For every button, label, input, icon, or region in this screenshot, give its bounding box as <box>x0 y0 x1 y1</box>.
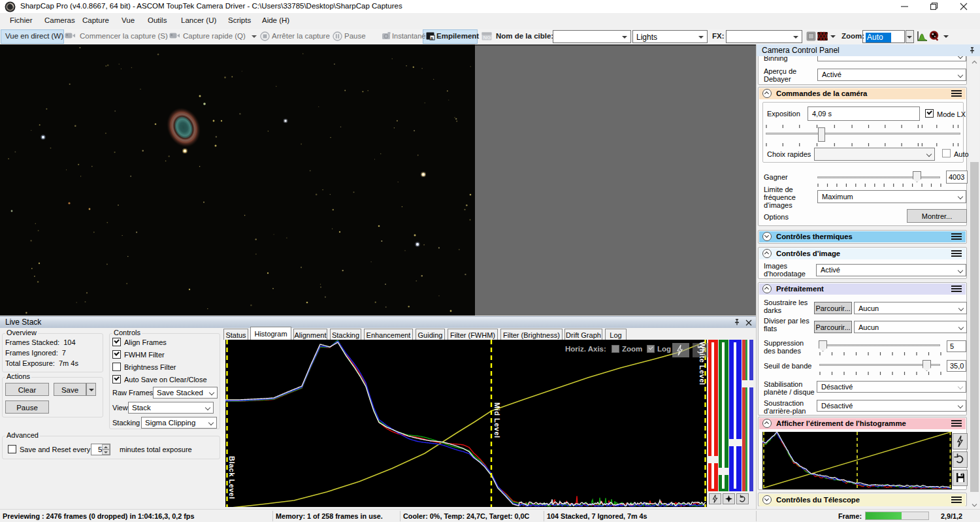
svg-text:a: a <box>431 36 433 41</box>
svg-text:NG: NG <box>483 35 491 41</box>
